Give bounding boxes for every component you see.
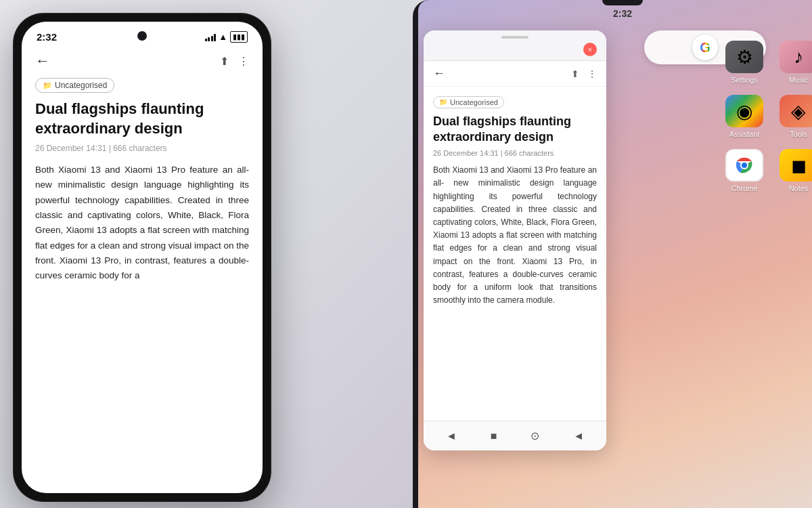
- article-popup-titlebar: ×: [424, 30, 606, 61]
- app-icon-notes[interactable]: ◼ Notes: [777, 149, 812, 192]
- notes-icon-label: Notes: [789, 184, 809, 192]
- popup-article-body: Both Xiaomi 13 and Xiaomi 13 Pro feature…: [433, 164, 597, 307]
- footer-home-button[interactable]: ⊙: [525, 427, 545, 445]
- signal-bars-icon: [205, 33, 217, 41]
- footer-back-button[interactable]: ◄: [568, 427, 589, 445]
- footer-stop-button[interactable]: ■: [485, 427, 503, 445]
- tablet-home-icons: ⚙ Settings ♪ Music ◉ Assistant ◈: [723, 41, 812, 192]
- phone-content: ← ⬆ ⋮ 📁 Uncategorised Dual flagships fla…: [22, 47, 263, 493]
- phone-article-meta: 26 December 14:31 | 666 characters: [35, 144, 249, 153]
- chrome-icon-img: [725, 149, 763, 182]
- tools-icon-img: ◈: [780, 95, 812, 127]
- category-folder-icon: 📁: [43, 81, 52, 90]
- app-icon-music[interactable]: ♪ Music: [777, 41, 812, 84]
- icon-row-1: ⚙ Settings ♪ Music: [723, 41, 812, 84]
- app-icon-chrome[interactable]: Chrome: [723, 149, 766, 192]
- phone-time: 2:32: [37, 31, 57, 43]
- battery-icon: ▮▮▮: [230, 31, 248, 43]
- popup-close-button[interactable]: ×: [583, 43, 597, 56]
- article-popup: × ← ⬆ ⋮ 📁 Uncategorised Dual f: [424, 30, 606, 450]
- popup-category-label: Uncategorised: [450, 98, 498, 106]
- tablet-status-bar: 2:32: [418, 0, 812, 24]
- popup-article-title: Dual flagships flaunting extraordinary d…: [433, 114, 597, 146]
- music-icon-img: ♪: [780, 41, 812, 73]
- phone-status-bar: 2:32 ▲ ▮▮▮: [22, 22, 263, 47]
- phone-category-tag: 📁 Uncategorised: [35, 78, 114, 93]
- signal-bar-2: [208, 37, 210, 41]
- popup-folder-icon: 📁: [439, 98, 447, 106]
- phone-menu-button[interactable]: ⋮: [238, 55, 249, 68]
- app-icon-tools[interactable]: ◈ Tools: [777, 95, 812, 138]
- google-logo: G: [700, 40, 710, 56]
- footer-prev-button[interactable]: ◄: [441, 427, 462, 445]
- signal-bar-3: [211, 36, 213, 41]
- notes-icon-img: ◼: [780, 149, 812, 182]
- phone-article-body: Both Xiaomi 13 and Xiaomi 13 Pro feature…: [35, 163, 249, 283]
- popup-article-meta: 26 December 14:31 | 666 characters: [433, 149, 597, 157]
- icon-row-2: ◉ Assistant ◈ Tools: [723, 95, 812, 138]
- phone-article-title: Dual flagships flaunting extraordinary d…: [35, 100, 249, 138]
- popup-nav-actions: ⬆ ⋮: [571, 68, 597, 79]
- svg-point-2: [742, 163, 747, 168]
- phone-back-button[interactable]: ←: [35, 52, 50, 70]
- tablet-time: 2:32: [613, 8, 632, 19]
- tablet-screen: 2:32 G ⚙ Settings ♪ Music: [418, 0, 812, 508]
- popup-menu-button[interactable]: ⋮: [587, 68, 597, 79]
- wifi-icon: ▲: [219, 32, 227, 42]
- article-popup-nav: ← ⬆ ⋮: [424, 61, 606, 87]
- signal-bar-1: [205, 39, 207, 41]
- app-icon-assistant[interactable]: ◉ Assistant: [723, 95, 766, 138]
- phone-share-button[interactable]: ⬆: [220, 55, 229, 68]
- music-icon-label: Music: [789, 76, 809, 84]
- article-popup-content: 📁 Uncategorised Dual flagships flaunting…: [424, 87, 606, 421]
- tablet-device: 2:32 G ⚙ Settings ♪ Music: [372, 0, 812, 508]
- settings-icon-label: Settings: [731, 76, 758, 84]
- assistant-icon-label: Assistant: [729, 130, 760, 138]
- phone-screen: 2:32 ▲ ▮▮▮ ← ⬆: [22, 22, 263, 493]
- phone-nav-actions: ⬆ ⋮: [220, 55, 249, 68]
- popup-category-tag: 📁 Uncategorised: [433, 96, 504, 108]
- article-popup-footer: ◄ ■ ⊙ ◄: [424, 421, 606, 450]
- chrome-icon-label: Chrome: [731, 184, 757, 192]
- phone-frame: 2:32 ▲ ▮▮▮ ← ⬆: [14, 14, 271, 501]
- settings-icon-img: ⚙: [725, 41, 763, 73]
- popup-share-button[interactable]: ⬆: [571, 68, 579, 79]
- app-icon-settings[interactable]: ⚙ Settings: [723, 41, 766, 84]
- phone-device: 2:32 ▲ ▮▮▮ ← ⬆: [14, 14, 271, 501]
- tablet-frame: 2:32 G ⚙ Settings ♪ Music: [413, 0, 812, 508]
- phone-signals: ▲ ▮▮▮: [205, 31, 248, 43]
- assistant-icon-img: ◉: [725, 95, 763, 127]
- phone-nav-bar: ← ⬆ ⋮: [35, 47, 249, 78]
- signal-bar-4: [214, 34, 216, 41]
- tools-icon-label: Tools: [790, 130, 807, 138]
- icon-row-3: Chrome ◼ Notes: [723, 149, 812, 192]
- phone-camera: [137, 31, 147, 41]
- popup-back-button[interactable]: ←: [433, 66, 445, 81]
- phone-category-label: Uncategorised: [55, 81, 107, 90]
- popup-drag-handle: [501, 36, 528, 39]
